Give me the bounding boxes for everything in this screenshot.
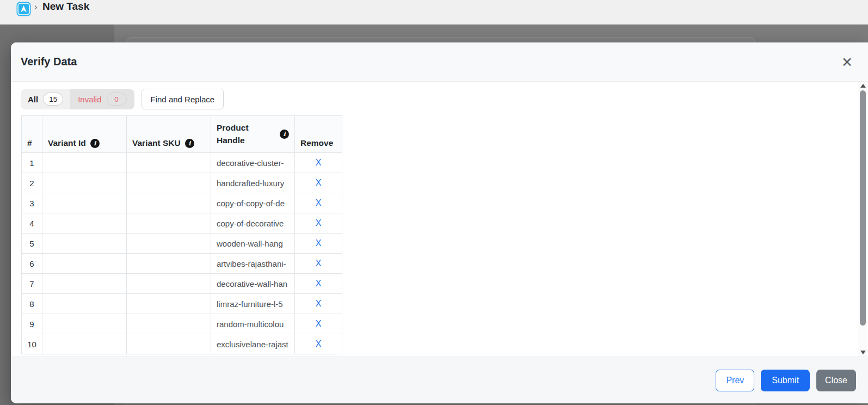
product-handle-cell: limraz-furniture-l-5 — [211, 294, 295, 314]
breadcrumb-page-title: New Task — [42, 1, 89, 13]
remove-cell: X — [295, 294, 342, 314]
header-variant-id-label: Variant Id — [48, 138, 86, 148]
product-handle-info-icon[interactable]: i — [280, 130, 289, 139]
close-icon[interactable]: ✕ — [841, 55, 853, 69]
variant-sku-cell — [127, 234, 211, 254]
variant-id-cell — [42, 213, 127, 234]
scroll-down-arrow-icon[interactable] — [860, 351, 866, 354]
product-handle-cell: handcrafted-luxury — [211, 173, 295, 193]
row-index: 8 — [22, 294, 42, 314]
vertical-scrollbar[interactable] — [858, 82, 867, 356]
screen: › New Task Verify Data ✕ All 15 Invalid — [0, 0, 868, 405]
verify-table: # Variant Id i Variant SKU i — [21, 115, 342, 354]
filter-invalid-label: Invalid — [78, 95, 101, 104]
remove-cell: X — [295, 234, 342, 254]
remove-cell: X — [295, 254, 342, 274]
variant-sku-cell — [127, 294, 211, 314]
top-app-bar: › New Task — [0, 0, 868, 24]
table-row: 10 exclusivelane-rajast X — [22, 334, 342, 354]
remove-cell: X — [295, 314, 342, 334]
invalid-count-badge: 0 — [107, 93, 127, 106]
prev-button[interactable]: Prev — [716, 370, 754, 391]
filter-tab-all[interactable]: All 15 — [21, 89, 70, 109]
table-header-row: # Variant Id i Variant SKU i — [22, 116, 342, 153]
modal-footer: Prev Submit Close — [11, 357, 868, 403]
verify-table-body: 1 decorative-cluster- X 2 handcrafted-lu… — [22, 153, 342, 354]
variant-sku-info-icon[interactable]: i — [185, 139, 194, 148]
modal-header: Verify Data ✕ — [11, 42, 868, 82]
variant-sku-cell — [127, 173, 211, 193]
product-handle-cell: copy-of-decorative — [211, 213, 295, 234]
variant-sku-cell — [127, 254, 211, 274]
remove-cell: X — [295, 153, 342, 173]
scroll-up-arrow-icon[interactable] — [860, 84, 866, 88]
variant-sku-cell — [127, 274, 211, 294]
variant-id-cell — [42, 173, 127, 193]
remove-link[interactable]: X — [316, 279, 322, 288]
scrollbar-thumb[interactable] — [860, 90, 866, 326]
remove-cell: X — [295, 213, 342, 234]
row-index: 6 — [22, 254, 42, 274]
variant-id-cell — [42, 334, 127, 354]
remove-cell: X — [295, 274, 342, 294]
remove-link[interactable]: X — [316, 299, 322, 308]
row-index: 7 — [22, 274, 42, 294]
remove-link[interactable]: X — [316, 218, 322, 228]
variant-sku-cell — [127, 193, 211, 213]
remove-cell: X — [295, 193, 342, 213]
table-row: 6 artvibes-rajasthani- X — [22, 254, 342, 274]
modal-body: All 15 Invalid 0 Find and Replace — [11, 82, 868, 357]
variant-id-cell — [42, 193, 127, 213]
submit-button[interactable]: Submit — [761, 370, 810, 391]
breadcrumb-chevron-icon: › — [34, 2, 38, 13]
row-index: 5 — [22, 234, 42, 254]
product-handle-cell: exclusivelane-rajast — [211, 334, 295, 354]
table-row: 8 limraz-furniture-l-5 X — [22, 294, 342, 314]
row-index: 9 — [22, 314, 42, 334]
variant-sku-cell — [127, 153, 211, 173]
all-count-badge: 15 — [43, 93, 63, 106]
remove-link[interactable]: X — [316, 198, 322, 207]
remove-link[interactable]: X — [316, 319, 322, 328]
variant-id-cell — [42, 314, 127, 334]
table-row: 4 copy-of-decorative X — [22, 213, 342, 234]
remove-link[interactable]: X — [316, 178, 322, 187]
product-handle-cell: decorative-cluster- — [211, 153, 295, 173]
header-remove: Remove — [295, 116, 342, 153]
filter-tab-invalid[interactable]: Invalid 0 — [70, 89, 134, 109]
table-row: 3 copy-of-copy-of-de X — [22, 193, 342, 213]
row-index: 2 — [22, 173, 42, 193]
remove-link[interactable]: X — [316, 238, 322, 248]
header-variant-id: Variant Id i — [42, 116, 127, 153]
table-row: 5 wooden-wall-hang X — [22, 234, 342, 254]
modal-title: Verify Data — [21, 56, 77, 68]
variant-sku-cell — [127, 213, 211, 234]
variant-id-cell — [42, 153, 127, 173]
table-row: 7 decorative-wall-han X — [22, 274, 342, 294]
close-button[interactable]: Close — [816, 370, 856, 391]
remove-link[interactable]: X — [316, 339, 322, 348]
app-logo-arrow-icon[interactable] — [16, 2, 31, 16]
variant-sku-cell — [127, 314, 211, 334]
row-index: 1 — [22, 153, 42, 173]
variant-id-cell — [42, 234, 127, 254]
variant-id-cell — [42, 254, 127, 274]
table-row: 9 random-multicolou X — [22, 314, 342, 334]
remove-link[interactable]: X — [316, 158, 322, 167]
filter-bar: All 15 Invalid 0 Find and Replace — [21, 89, 224, 109]
variant-sku-cell — [127, 334, 211, 354]
product-handle-cell: artvibes-rajasthani- — [211, 254, 295, 274]
row-index: 10 — [22, 334, 42, 354]
find-and-replace-button[interactable]: Find and Replace — [141, 89, 224, 109]
remove-link[interactable]: X — [316, 259, 322, 268]
product-handle-cell: wooden-wall-hang — [211, 234, 295, 254]
variant-id-cell — [42, 294, 127, 314]
table-row: 1 decorative-cluster- X — [22, 153, 342, 173]
remove-cell: X — [295, 173, 342, 193]
header-variant-sku-label: Variant SKU — [132, 138, 181, 148]
header-variant-sku: Variant SKU i — [127, 116, 211, 153]
remove-cell: X — [295, 334, 342, 354]
verify-data-modal: Verify Data ✕ All 15 Invalid 0 Find and … — [11, 42, 868, 403]
variant-id-cell — [42, 274, 127, 294]
variant-id-info-icon[interactable]: i — [90, 139, 100, 148]
